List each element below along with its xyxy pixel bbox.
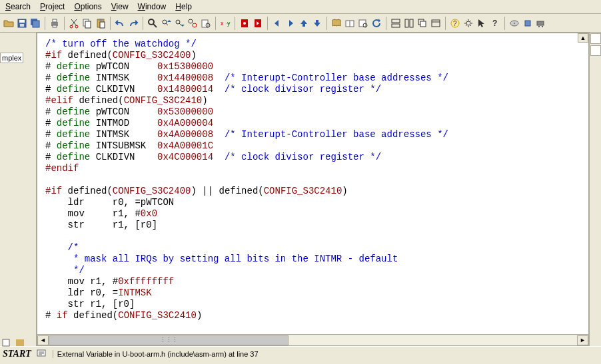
find-icon[interactable] bbox=[147, 17, 159, 29]
svg-text:y: y bbox=[227, 20, 231, 27]
svg-rect-7 bbox=[53, 25, 57, 27]
scroll-right-icon[interactable]: ► bbox=[577, 335, 588, 345]
saveall-icon[interactable] bbox=[29, 17, 41, 29]
nav-fwd-icon[interactable] bbox=[285, 17, 297, 29]
svg-rect-13 bbox=[99, 19, 103, 21]
book-bottom-icon[interactable] bbox=[15, 337, 25, 348]
menubar: Search Project Options View Window Help bbox=[0, 0, 601, 14]
replace-icon[interactable] bbox=[187, 17, 199, 29]
left-tab[interactable]: mplex bbox=[0, 53, 23, 63]
nav-down-icon[interactable] bbox=[311, 17, 323, 29]
svg-rect-4 bbox=[33, 21, 39, 27]
bookmark-next-icon[interactable] bbox=[252, 17, 264, 29]
start-label: START bbox=[3, 349, 31, 359]
nav-up-icon[interactable] bbox=[298, 17, 310, 29]
svg-rect-37 bbox=[410, 19, 413, 27]
svg-text:?: ? bbox=[453, 20, 457, 27]
book-open-icon[interactable] bbox=[344, 17, 356, 29]
redo-icon[interactable] bbox=[127, 17, 139, 29]
svg-rect-28 bbox=[302, 23, 305, 27]
editor[interactable]: ▲ /* turn off the watchdog */ #if define… bbox=[37, 33, 589, 346]
svg-rect-11 bbox=[85, 21, 91, 28]
svg-rect-2 bbox=[20, 24, 24, 27]
svg-point-26 bbox=[243, 22, 246, 25]
h-scrollbar[interactable]: ◄ ⋮⋮⋮ ► bbox=[37, 334, 588, 345]
svg-rect-34 bbox=[392, 19, 400, 23]
svg-rect-29 bbox=[316, 20, 318, 23]
bookmark-toggle-icon[interactable] bbox=[239, 17, 251, 29]
nav-back-icon[interactable] bbox=[271, 17, 283, 29]
statusbar: START External Variable in U-boot-arm.h … bbox=[0, 346, 601, 361]
svg-point-50 bbox=[538, 26, 540, 27]
svg-rect-14 bbox=[100, 22, 105, 28]
disk-icon[interactable] bbox=[508, 17, 520, 29]
window-icon[interactable] bbox=[430, 17, 442, 29]
svg-point-19 bbox=[193, 23, 197, 27]
svg-rect-48 bbox=[525, 21, 530, 26]
svg-rect-40 bbox=[432, 20, 440, 27]
svg-point-15 bbox=[149, 19, 154, 25]
svg-rect-35 bbox=[392, 24, 400, 27]
find-next-icon[interactable] bbox=[173, 17, 185, 29]
svg-rect-6 bbox=[53, 19, 57, 22]
svg-rect-1 bbox=[19, 20, 25, 23]
svg-point-44 bbox=[466, 21, 470, 25]
svg-point-47 bbox=[514, 23, 515, 24]
cursor-icon[interactable] bbox=[476, 17, 488, 29]
undo-icon[interactable] bbox=[114, 17, 126, 29]
run-icon[interactable] bbox=[535, 17, 547, 29]
svg-point-18 bbox=[189, 19, 193, 23]
refresh-icon[interactable] bbox=[370, 17, 382, 29]
status-message: External Variable in U-boot-arm.h (inclu… bbox=[53, 350, 259, 358]
menu-options[interactable]: Options bbox=[74, 2, 101, 11]
book-icon[interactable] bbox=[330, 17, 342, 29]
scroll-track[interactable]: ⋮⋮⋮ bbox=[49, 335, 577, 345]
right-btn1[interactable] bbox=[590, 33, 601, 44]
xy-icon[interactable]: x→y bbox=[219, 17, 231, 29]
paste-icon[interactable] bbox=[95, 17, 107, 29]
menu-search[interactable]: Search bbox=[5, 2, 31, 11]
svg-rect-39 bbox=[420, 21, 426, 27]
save-icon[interactable] bbox=[16, 17, 28, 29]
tile-v-icon[interactable] bbox=[403, 17, 415, 29]
cut-icon[interactable] bbox=[68, 17, 80, 29]
svg-rect-49 bbox=[537, 21, 544, 25]
cascade-icon[interactable] bbox=[416, 17, 428, 29]
settings-icon[interactable] bbox=[462, 17, 474, 29]
menu-project[interactable]: Project bbox=[40, 2, 65, 11]
menu-help[interactable]: Help bbox=[175, 2, 192, 11]
find-prev-icon[interactable] bbox=[160, 17, 172, 29]
help2-icon[interactable]: ? bbox=[489, 17, 501, 29]
left-panel: mplex bbox=[0, 33, 37, 346]
svg-rect-52 bbox=[3, 339, 9, 346]
svg-text:?: ? bbox=[492, 19, 497, 28]
open-icon[interactable] bbox=[3, 17, 15, 29]
scroll-left-icon[interactable]: ◄ bbox=[37, 335, 49, 345]
find-files-icon[interactable] bbox=[200, 17, 212, 29]
code-area[interactable]: /* turn off the watchdog */ #if defined(… bbox=[37, 33, 588, 334]
status-icon bbox=[37, 348, 47, 359]
right-toolbar bbox=[589, 33, 601, 346]
build-icon[interactable] bbox=[522, 17, 534, 29]
toolbar: x→y ? ? bbox=[0, 14, 601, 33]
right-btn2[interactable] bbox=[590, 45, 601, 56]
output-icon[interactable] bbox=[1, 337, 12, 348]
svg-rect-36 bbox=[405, 19, 408, 27]
print-icon[interactable] bbox=[49, 17, 61, 29]
svg-text:x: x bbox=[221, 20, 224, 27]
tile-h-icon[interactable] bbox=[390, 17, 402, 29]
menu-view[interactable]: View bbox=[111, 2, 129, 11]
menu-window[interactable]: Window bbox=[138, 2, 167, 11]
split-up-icon[interactable]: ▲ bbox=[578, 33, 588, 43]
scroll-thumb[interactable]: ⋮⋮⋮ bbox=[49, 335, 289, 345]
copy-icon[interactable] bbox=[81, 17, 93, 29]
book-find-icon[interactable] bbox=[357, 17, 369, 29]
help-icon[interactable]: ? bbox=[449, 17, 461, 29]
svg-point-51 bbox=[542, 26, 543, 27]
